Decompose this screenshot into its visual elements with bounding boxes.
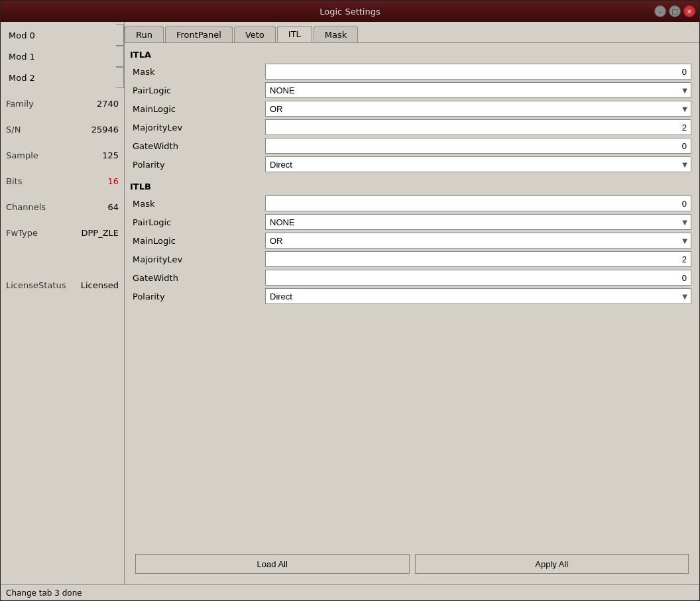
sn-value: 25946 [91,125,119,135]
sidebar-info: Family 2740 S/N 25946 Sample 125 Bits 16… [1,99,124,290]
itlb-mask-row: Mask [130,195,694,211]
load-all-button[interactable]: Load All [135,554,410,574]
bits-value: 16 [107,176,119,186]
itla-gatewidth-row: GateWidth [130,138,694,154]
window-title: Logic Settings [320,7,380,17]
statusbar-text: Change tab 3 done [6,588,82,598]
itla-pairlogic-row: PairLogic NONE AND OR ▼ [130,82,694,98]
content-area: Mod 0 Mod 1 Mod 2 Family 2740 S/N 25946 [1,22,699,584]
statusbar: Change tab 3 done [1,584,699,600]
tab-frontpanel[interactable]: FrontPanel [165,27,233,42]
tab-itl[interactable]: ITL [277,26,312,42]
itla-pairlogic-select[interactable]: NONE AND OR [265,82,691,98]
itla-majoritylev-row: MajorityLev [130,119,694,135]
sample-label: Sample [6,150,38,160]
info-sample: Sample 125 [6,150,119,160]
apply-all-button[interactable]: Apply All [415,554,689,574]
mod0-label: Mod 0 [9,30,35,40]
itla-polarity-wrapper: Direct Inverted ▼ [265,156,691,172]
info-channels: Channels 64 [6,202,119,212]
info-family: Family 2740 [6,99,119,109]
mod1-label: Mod 1 [9,52,35,62]
itla-mainlogic-select[interactable]: OR AND NONE [265,101,691,117]
itla-majoritylev-label: MajorityLev [133,123,265,133]
main-window: Logic Settings – □ ✕ Mod 0 Mod 1 Mod 2 [0,0,700,601]
itla-gatewidth-input[interactable] [265,138,691,154]
info-sn: S/N 25946 [6,125,119,135]
itlb-polarity-row: Polarity Direct Inverted ▼ [130,288,694,304]
itlb-mask-label: Mask [133,199,265,209]
itla-section: ITLA Mask PairLogic NONE AND OR [130,48,694,175]
itlb-gatewidth-input[interactable] [265,270,691,286]
tab-mask[interactable]: Mask [314,27,358,42]
info-licensestatus: LicenseStatus Licensed [6,280,119,290]
itlb-polarity-label: Polarity [133,292,265,301]
itla-mainlogic-label: MainLogic [133,104,265,114]
family-value: 2740 [97,99,119,109]
sn-label: S/N [6,125,21,135]
tab-veto[interactable]: Veto [234,27,276,42]
itlb-header: ITLB [130,180,694,193]
tabs-bar: Run FrontPanel Veto ITL Mask [125,22,699,42]
itla-pairlogic-wrapper: NONE AND OR ▼ [265,82,691,98]
itla-polarity-row: Polarity Direct Inverted ▼ [130,156,694,172]
itlb-gatewidth-row: GateWidth [130,270,694,286]
family-label: Family [6,99,34,109]
itla-gatewidth-label: GateWidth [133,141,265,151]
itlb-pairlogic-label: PairLogic [133,217,265,227]
itla-polarity-select[interactable]: Direct Inverted [265,156,691,172]
itlb-mainlogic-wrapper: OR AND NONE ▼ [265,233,691,248]
channels-value: 64 [107,202,119,212]
itlb-polarity-wrapper: Direct Inverted ▼ [265,288,691,304]
mod2-tab-decoration [116,67,124,88]
maximize-button[interactable]: □ [669,5,681,17]
close-button[interactable]: ✕ [683,5,695,17]
main-panel: Run FrontPanel Veto ITL Mask ITLA Mask P… [124,22,699,584]
itlb-pairlogic-select[interactable]: NONE AND OR [265,214,691,230]
itlb-section: ITLB Mask PairLogic NONE AND OR [130,180,694,307]
mod1-tab-decoration [116,46,124,67]
itlb-majoritylev-row: MajorityLev [130,251,694,267]
channels-label: Channels [6,202,46,212]
sample-value: 125 [102,150,119,160]
itlb-polarity-select[interactable]: Direct Inverted [265,288,691,304]
mod0-tab-decoration [116,25,124,46]
itlb-pairlogic-row: PairLogic NONE AND OR ▼ [130,214,694,230]
itlb-mainlogic-row: MainLogic OR AND NONE ▼ [130,233,694,248]
itlb-majoritylev-label: MajorityLev [133,254,265,264]
minimize-button[interactable]: – [654,5,666,17]
itlb-gatewidth-label: GateWidth [133,273,265,283]
fwtype-value: DPP_ZLE [81,228,119,238]
licensestatus-value: Licensed [81,280,119,290]
sidebar: Mod 0 Mod 1 Mod 2 Family 2740 S/N 25946 [1,22,124,584]
tab-content: ITLA Mask PairLogic NONE AND OR [125,42,699,584]
itla-mainlogic-row: MainLogic OR AND NONE ▼ [130,101,694,117]
itla-mask-label: Mask [133,67,265,77]
titlebar-buttons: – □ ✕ [654,5,695,17]
bottom-buttons: Load All Apply All [130,549,694,579]
itla-mask-row: Mask [130,64,694,80]
tab-run[interactable]: Run [125,27,164,42]
itlb-mainlogic-select[interactable]: OR AND NONE [265,233,691,248]
itlb-mask-input[interactable] [265,195,691,211]
itlb-pairlogic-wrapper: NONE AND OR ▼ [265,214,691,230]
sidebar-item-mod1[interactable]: Mod 1 [1,46,124,67]
info-bits: Bits 16 [6,176,119,186]
itlb-mainlogic-label: MainLogic [133,236,265,246]
licensestatus-label: LicenseStatus [6,280,66,290]
fwtype-label: FwType [6,228,38,238]
mod2-label: Mod 2 [9,73,35,83]
itlb-majoritylev-input[interactable] [265,251,691,267]
titlebar: Logic Settings – □ ✕ [1,1,699,22]
itla-majoritylev-input[interactable] [265,119,691,135]
itla-mainlogic-wrapper: OR AND NONE ▼ [265,101,691,117]
content-spacer [130,312,694,549]
bits-label: Bits [6,176,22,186]
sidebar-item-mod2[interactable]: Mod 2 [1,67,124,88]
sidebar-item-mod0[interactable]: Mod 0 [1,25,124,46]
itla-mask-input[interactable] [265,64,691,80]
itla-pairlogic-label: PairLogic [133,85,265,95]
itla-polarity-label: Polarity [133,160,265,170]
itla-header: ITLA [130,48,694,61]
info-fwtype: FwType DPP_ZLE [6,228,119,238]
